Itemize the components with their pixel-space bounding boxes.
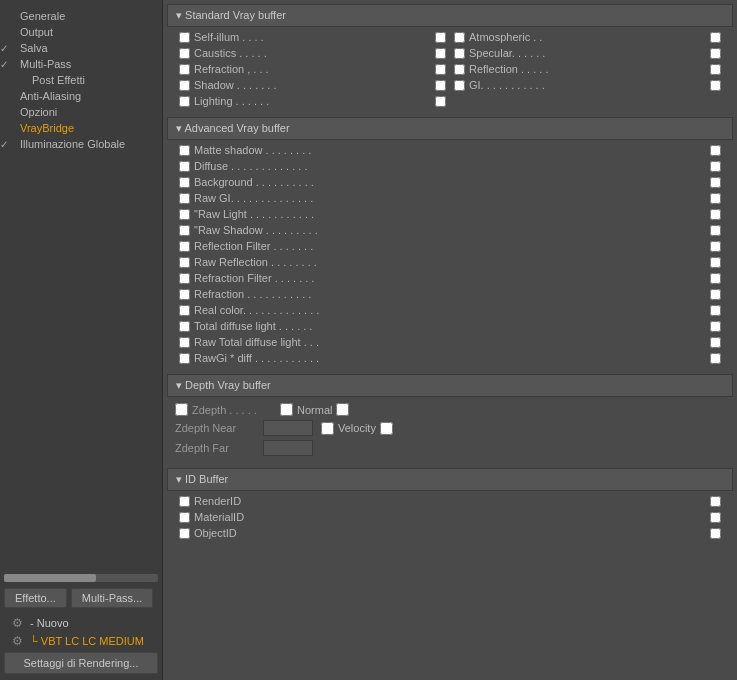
raw-gi-end[interactable]: [710, 193, 721, 204]
refraction-end-checkbox[interactable]: [435, 64, 446, 75]
sidebar-item-generale[interactable]: Generale: [0, 8, 162, 24]
real-color-row: Real color. . . . . . . . . . . . .: [175, 302, 725, 318]
sidebar-item-antialiasing[interactable]: Anti-Aliasing: [0, 88, 162, 104]
sidebar-item-output[interactable]: Output: [0, 24, 162, 40]
reflection-filter-end[interactable]: [710, 241, 721, 252]
raw-total-diffuse-end[interactable]: [710, 337, 721, 348]
gi-end-checkbox[interactable]: [710, 80, 721, 91]
sidebar-item-posteffetti[interactable]: Post Effetti: [0, 72, 162, 88]
refraction-filter-end[interactable]: [710, 273, 721, 284]
total-diffuse-end[interactable]: [710, 321, 721, 332]
raw-total-diffuse-checkbox[interactable]: [179, 337, 190, 348]
raw-reflection-checkbox[interactable]: [179, 257, 190, 268]
standard-section-header[interactable]: ▾ Standard Vray buffer: [167, 4, 733, 27]
shadow-end-checkbox[interactable]: [435, 80, 446, 91]
refraction2-checkbox[interactable]: [179, 289, 190, 300]
raw-reflection-end[interactable]: [710, 257, 721, 268]
raw-light-checkbox[interactable]: [179, 209, 190, 220]
rawgi-diff-end[interactable]: [710, 353, 721, 364]
reflection-checkbox[interactable]: [454, 64, 465, 75]
check-icon-multipass: ✓: [0, 59, 12, 70]
multi-pass-button[interactable]: Multi-Pass...: [71, 588, 154, 608]
gi-row: GI. . . . . . . . . . .: [450, 77, 725, 93]
diffuse-row: Diffuse . . . . . . . . . . . . .: [175, 158, 725, 174]
refraction-filter-row: Refraction Filter . . . . . . .: [175, 270, 725, 286]
gi-checkbox[interactable]: [454, 80, 465, 91]
sidebar-item-salva[interactable]: ✓ Salva: [0, 40, 162, 56]
zdepth-far-input[interactable]: 1000: [263, 440, 313, 456]
refraction2-end[interactable]: [710, 289, 721, 300]
lighting-checkbox[interactable]: [179, 96, 190, 107]
specular-checkbox[interactable]: [454, 48, 465, 59]
diffuse-checkbox[interactable]: [179, 161, 190, 172]
reflection-filter-checkbox[interactable]: [179, 241, 190, 252]
advanced-checkbox-list: Matte shadow . . . . . . . . Diffuse . .…: [167, 140, 733, 368]
matte-shadow-row: Matte shadow . . . . . . . .: [175, 142, 725, 158]
standard-section-title: ▾ Standard Vray buffer: [176, 9, 286, 22]
depth-section-header[interactable]: ▾ Depth Vray buffer: [167, 374, 733, 397]
raw-light-end[interactable]: [710, 209, 721, 220]
total-diffuse-checkbox[interactable]: [179, 321, 190, 332]
advanced-vray-section: ▾ Advanced Vray buffer Matte shadow . . …: [167, 117, 733, 368]
material-id-checkbox[interactable]: [179, 512, 190, 523]
velocity-end-checkbox[interactable]: [380, 422, 393, 435]
object-id-checkbox[interactable]: [179, 528, 190, 539]
depth-content: Zdepth . . . . . Normal Zdepth Near 0 Ve…: [167, 397, 733, 462]
refraction-filter-checkbox[interactable]: [179, 273, 190, 284]
sidebar-item-multipass[interactable]: ✓ Multi-Pass: [0, 56, 162, 72]
gear-icon-nuovo: ⚙: [12, 616, 26, 630]
render-id-checkbox[interactable]: [179, 496, 190, 507]
atmospheric-checkbox[interactable]: [454, 32, 465, 43]
action-buttons: Effetto... Multi-Pass...: [0, 584, 162, 612]
refraction-checkbox[interactable]: [179, 64, 190, 75]
background-end[interactable]: [710, 177, 721, 188]
reflection-row: Reflection . . . . .: [450, 61, 725, 77]
caustics-row: Caustics . . . . .: [175, 45, 450, 61]
raw-shadow-checkbox[interactable]: [179, 225, 190, 236]
diffuse-end[interactable]: [710, 161, 721, 172]
effetto-button[interactable]: Effetto...: [4, 588, 67, 608]
real-color-end[interactable]: [710, 305, 721, 316]
id-section-header[interactable]: ▾ ID Buffer: [167, 468, 733, 491]
zdepth-checkbox[interactable]: [175, 403, 188, 416]
background-row: Background . . . . . . . . . .: [175, 174, 725, 190]
sidebar-item-illuminazione[interactable]: ✓ Illuminazione Globale: [0, 136, 162, 152]
raw-shadow-end[interactable]: [710, 225, 721, 236]
raw-gi-checkbox[interactable]: [179, 193, 190, 204]
shadow-row: Shadow . . . . . . .: [175, 77, 450, 93]
rawgi-diff-checkbox[interactable]: [179, 353, 190, 364]
self-illum-checkbox[interactable]: [179, 32, 190, 43]
refraction-row: Refraction , . . .: [175, 61, 450, 77]
sidebar-item-vraybridge[interactable]: VrayBridge: [0, 120, 162, 136]
material-id-end[interactable]: [710, 512, 721, 523]
nuovo-item[interactable]: ⚙ - Nuovo: [4, 614, 158, 632]
matte-shadow-end[interactable]: [710, 145, 721, 156]
zdepth-near-input[interactable]: 0: [263, 420, 313, 436]
advanced-section-header[interactable]: ▾ Advanced Vray buffer: [167, 117, 733, 140]
caustics-checkbox[interactable]: [179, 48, 190, 59]
advanced-section-title: ▾ Advanced Vray buffer: [176, 122, 290, 135]
object-id-end[interactable]: [710, 528, 721, 539]
velocity-checkbox[interactable]: [321, 422, 334, 435]
specular-end-checkbox[interactable]: [710, 48, 721, 59]
reflection-end-checkbox[interactable]: [710, 64, 721, 75]
real-color-checkbox[interactable]: [179, 305, 190, 316]
lighting-end-checkbox[interactable]: [435, 96, 446, 107]
render-id-end[interactable]: [710, 496, 721, 507]
caustics-end-checkbox[interactable]: [435, 48, 446, 59]
background-checkbox[interactable]: [179, 177, 190, 188]
atmospheric-row: Atmospheric . .: [450, 29, 725, 45]
shadow-checkbox[interactable]: [179, 80, 190, 91]
preset-item[interactable]: ⚙ └ VBT LC LC MEDIUM: [4, 632, 158, 650]
sidebar: Generale Output ✓ Salva ✓ Multi-Pass Pos…: [0, 0, 163, 680]
atmospheric-end-checkbox[interactable]: [710, 32, 721, 43]
sidebar-item-opzioni[interactable]: Opzioni: [0, 104, 162, 120]
refraction2-row: Refraction . . . . . . . . . . .: [175, 286, 725, 302]
normal-checkbox[interactable]: [280, 403, 293, 416]
self-illum-end-checkbox[interactable]: [435, 32, 446, 43]
normal-end-checkbox[interactable]: [336, 403, 349, 416]
settings-button[interactable]: Settaggi di Rendering...: [4, 652, 158, 674]
normal-group: Normal: [280, 403, 349, 416]
raw-gi-row: Raw GI. . . . . . . . . . . . . .: [175, 190, 725, 206]
matte-shadow-checkbox[interactable]: [179, 145, 190, 156]
